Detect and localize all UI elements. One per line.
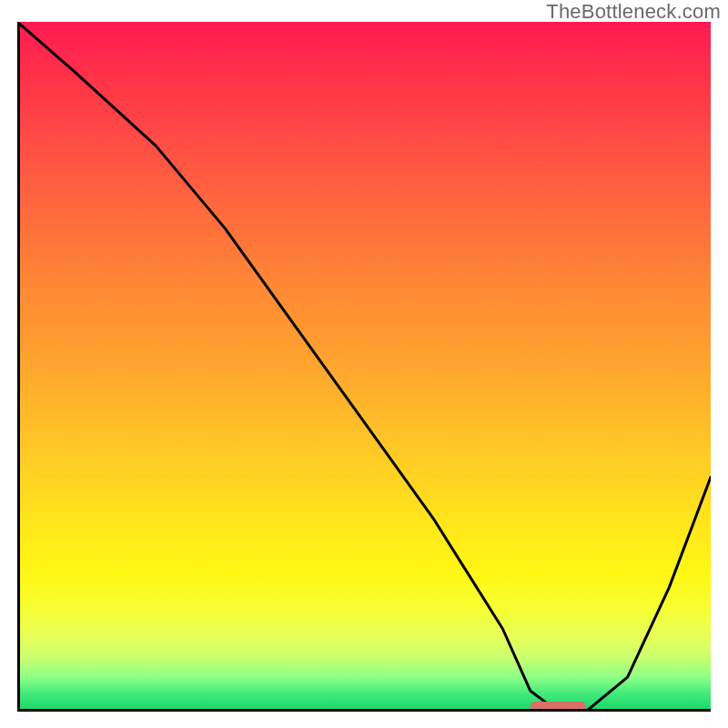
plot-area [17, 22, 711, 712]
watermark-text: TheBottleneck.com [546, 0, 721, 24]
chart-stage: TheBottleneck.com [0, 0, 728, 728]
plot-axes [17, 22, 711, 712]
